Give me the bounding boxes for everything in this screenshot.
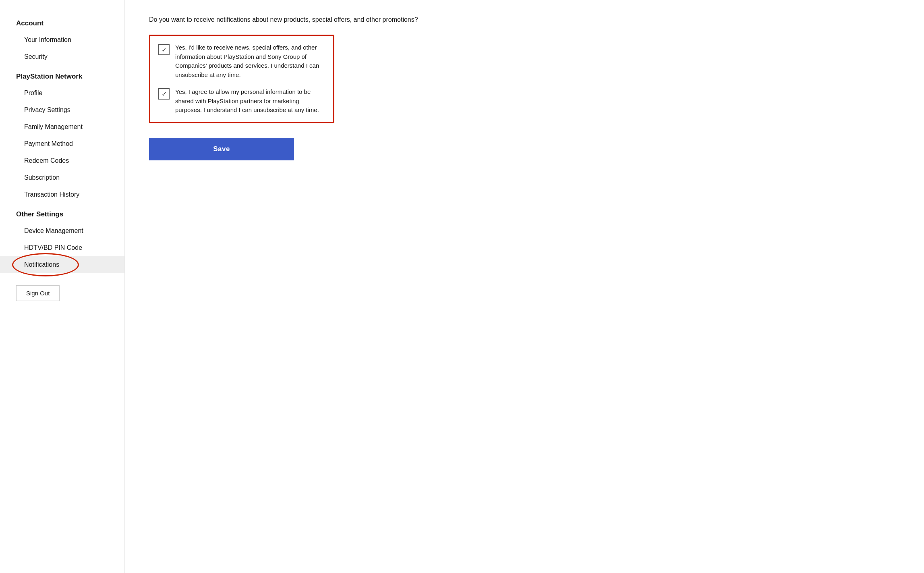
checkbox-label-0: Yes, I'd like to receive news, special o… bbox=[175, 43, 325, 79]
options-box: ✓Yes, I'd like to receive news, special … bbox=[149, 35, 334, 123]
sidebar-section-header-account: Account bbox=[0, 12, 124, 31]
sidebar-item-subscription[interactable]: Subscription bbox=[0, 169, 124, 186]
checkbox-icon-1[interactable]: ✓ bbox=[158, 88, 170, 100]
save-button[interactable]: Save bbox=[149, 138, 294, 160]
sidebar-item-transaction-history[interactable]: Transaction History bbox=[0, 186, 124, 203]
sidebar-item-redeem-codes[interactable]: Redeem Codes bbox=[0, 152, 124, 169]
sign-out-button[interactable]: Sign Out bbox=[16, 285, 60, 301]
sidebar-item-device-management[interactable]: Device Management bbox=[0, 222, 124, 239]
sidebar-item-privacy-settings[interactable]: Privacy Settings bbox=[0, 102, 124, 118]
sidebar-item-security[interactable]: Security bbox=[0, 48, 124, 65]
main-content: Do you want to receive notifications abo… bbox=[125, 0, 924, 573]
page-container: AccountYour InformationSecurityPlayStati… bbox=[0, 0, 924, 573]
sidebar-section-header-playstation-network: PlayStation Network bbox=[0, 65, 124, 85]
sidebar-item-your-information[interactable]: Your Information bbox=[0, 31, 124, 48]
sidebar-section-header-other-settings: Other Settings bbox=[0, 203, 124, 222]
checkbox-row-1[interactable]: ✓Yes, I agree to allow my personal infor… bbox=[158, 87, 325, 115]
sidebar-item-hdtv-pin[interactable]: HDTV/BD PIN Code bbox=[0, 239, 124, 256]
sidebar-item-notifications[interactable]: Notifications bbox=[0, 256, 124, 273]
sidebar: AccountYour InformationSecurityPlayStati… bbox=[0, 0, 125, 573]
checkbox-label-1: Yes, I agree to allow my personal inform… bbox=[175, 87, 325, 115]
sidebar-item-payment-method[interactable]: Payment Method bbox=[0, 135, 124, 152]
sidebar-item-profile[interactable]: Profile bbox=[0, 85, 124, 102]
checkbox-row-0[interactable]: ✓Yes, I'd like to receive news, special … bbox=[158, 43, 325, 79]
checkbox-icon-0[interactable]: ✓ bbox=[158, 44, 170, 55]
sidebar-item-family-management[interactable]: Family Management bbox=[0, 118, 124, 135]
question-text: Do you want to receive notifications abo… bbox=[149, 16, 463, 23]
